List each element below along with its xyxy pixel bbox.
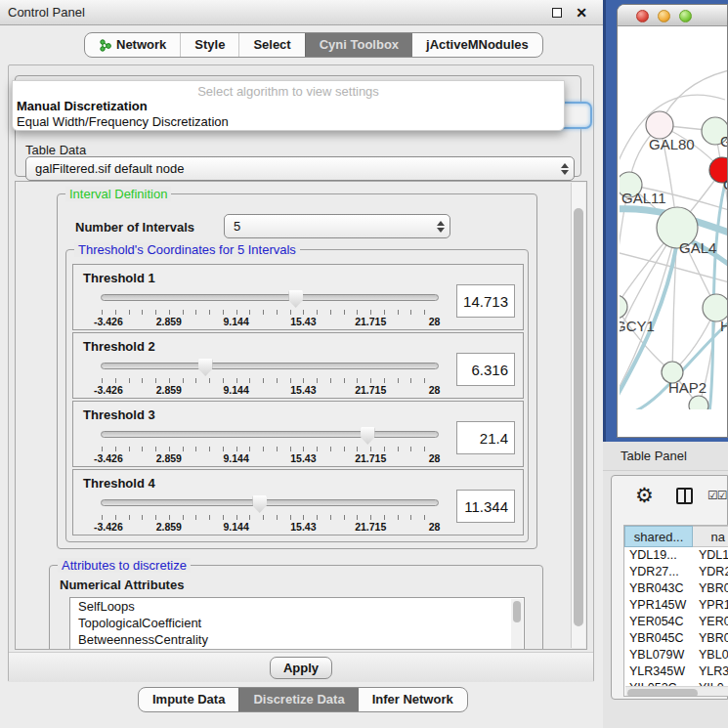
cell-name[interactable]: YBR0 <box>693 630 728 647</box>
traffic-light-zoom[interactable] <box>679 10 692 22</box>
list-item[interactable]: SelfLoops <box>70 598 524 615</box>
cell-shared-name[interactable]: YBR045C <box>624 630 693 647</box>
threshold-3-panel: Threshold 3 -3.4262.8599.14415.4321.7152… <box>72 401 524 467</box>
threshold-2-slider[interactable]: -3.4262.8599.14415.4321.71528 <box>101 359 439 394</box>
slider-track[interactable] <box>101 431 439 438</box>
table-row[interactable]: YDL19...YDL1 <box>624 547 728 564</box>
table-row[interactable]: YBL079WYBL0 <box>624 647 728 664</box>
tick-label: -3.426 <box>94 452 123 464</box>
threshold-1-slider[interactable]: -3.4262.8599.14415.4321.71528 <box>101 290 439 325</box>
slider-track[interactable] <box>101 294 439 301</box>
cell-name[interactable]: YPR1 <box>693 597 728 614</box>
cell-shared-name[interactable]: YER054C <box>624 614 693 630</box>
number-of-intervals-select[interactable]: 5 <box>224 214 450 238</box>
table-row[interactable]: YER054CYER0 <box>624 614 728 630</box>
scrollbar-thumb[interactable] <box>513 601 521 622</box>
cell-name[interactable]: YBL0 <box>693 647 728 664</box>
threshold-3-value-input[interactable] <box>456 421 515 454</box>
threshold-2-label: Threshold 2 <box>83 339 155 354</box>
tab-infer-network[interactable]: Infer Network <box>359 688 467 711</box>
tick-label: 2.859 <box>156 384 182 396</box>
checkbox-icons[interactable]: ☑☑ <box>707 489 727 502</box>
interval-group-title: Interval Definition <box>65 187 171 201</box>
scrollbar-thumb[interactable] <box>627 689 698 698</box>
tab-style[interactable]: Style <box>180 33 238 57</box>
slider-track[interactable] <box>101 499 439 506</box>
apply-button[interactable]: Apply <box>270 657 332 679</box>
cell-shared-name[interactable]: YBR043C <box>624 580 693 597</box>
option-equal-width-frequency[interactable]: Equal Width/Frequency Discretization <box>13 114 564 130</box>
table-data-select[interactable]: galFiltered.sif default node <box>25 156 575 181</box>
main-vertical-scrollbar[interactable] <box>571 183 585 648</box>
table-row[interactable]: YDR27...YDR2 <box>624 564 728 580</box>
cell-shared-name[interactable]: YBL079W <box>624 647 693 664</box>
threshold-4-value-input[interactable] <box>456 490 515 523</box>
tab-network-label: Network <box>116 33 166 57</box>
slider-thumb[interactable] <box>198 359 213 376</box>
threshold-group-title: Threshold's Coordinates for 5 Intervals <box>74 242 300 257</box>
slider-track[interactable] <box>101 363 439 369</box>
cell-name[interactable]: YDL1 <box>693 547 728 564</box>
threshold-3-slider[interactable]: -3.4262.8599.14415.4321.71528 <box>101 427 439 462</box>
tab-jactivemnodules[interactable]: jActiveMNodules <box>412 33 542 57</box>
node-gcy1[interactable] <box>620 295 627 319</box>
cell-shared-name[interactable]: YPR145W <box>624 597 693 614</box>
tick-label: 9.144 <box>223 384 248 396</box>
gear-icon[interactable]: ⚙ <box>635 484 654 507</box>
table-horizontal-scrollbar[interactable] <box>625 686 728 697</box>
network-window-titlebar[interactable] <box>618 5 728 26</box>
tick-label: -3.426 <box>94 521 123 533</box>
attributes-listbox[interactable]: SelfLoops TopologicalCoefficient Between… <box>69 597 525 650</box>
node-label: GAL4 <box>679 239 716 256</box>
slider-thumb[interactable] <box>288 290 303 308</box>
traffic-light-close[interactable] <box>636 10 649 22</box>
column-header-name[interactable]: na <box>693 526 728 547</box>
node-bottom-partial[interactable] <box>689 396 708 409</box>
threshold-1-value-input[interactable] <box>456 284 515 318</box>
node-gal80[interactable] <box>646 111 673 139</box>
table-row[interactable]: YPR145WYPR1 <box>624 597 728 614</box>
cell-name[interactable]: YDR2 <box>693 564 728 580</box>
slider-ticks <box>102 515 438 520</box>
tab-impute-data[interactable]: Impute Data <box>139 688 238 711</box>
threshold-2-value-input[interactable] <box>456 353 515 386</box>
attributes-scrollbar[interactable] <box>511 599 523 650</box>
tick-label: 9.144 <box>223 316 248 327</box>
tab-jactive-label: jActiveMNodules <box>426 33 529 57</box>
table-row[interactable]: YBR045CYBR0 <box>624 630 728 647</box>
tick-label: 21.715 <box>355 384 386 396</box>
option-manual-discretization[interactable]: Manual Discretization <box>13 99 564 114</box>
close-icon[interactable]: ✕ <box>576 0 587 25</box>
table-header-row: shared... na <box>624 526 728 547</box>
column-header-shared-name[interactable]: shared... <box>624 526 693 547</box>
cell-shared-name[interactable]: YDL19... <box>624 547 693 564</box>
network-icon <box>99 39 111 52</box>
attributes-group-title: Attributes to discretize <box>58 558 191 573</box>
bottom-tab-bar: Impute Data Discretize Data Infer Networ… <box>138 687 468 712</box>
network-canvas[interactable]: GAL80 GA GC GAL11 GAL4 GCY1 H HAP2 <box>620 26 728 409</box>
table-row[interactable]: YBR043CYBR0 <box>624 580 728 597</box>
list-item[interactable]: TopologicalCoefficient <box>70 615 524 631</box>
tab-select[interactable]: Select <box>238 33 304 57</box>
traffic-light-minimize[interactable] <box>658 10 670 22</box>
table-row[interactable]: YLR345WYLR3 <box>624 664 728 680</box>
tick-label: 15.43 <box>290 384 316 396</box>
list-item[interactable]: BetweennessCentrality <box>70 631 524 648</box>
threshold-3-label: Threshold 3 <box>83 407 155 422</box>
cell-name[interactable]: YLR3 <box>693 664 728 680</box>
tab-cyni-toolbox[interactable]: Cyni Toolbox <box>305 33 412 57</box>
cell-name[interactable]: YER0 <box>693 614 728 630</box>
cell-name[interactable]: YBR0 <box>693 580 728 597</box>
split-columns-icon[interactable] <box>676 488 693 504</box>
float-window-icon[interactable] <box>552 8 562 18</box>
tick-label: 21.715 <box>355 452 386 464</box>
node-attribute-table[interactable]: shared... na YDL19...YDL1 YDR27...YDR2 Y… <box>623 525 728 697</box>
cell-shared-name[interactable]: YDR27... <box>624 564 693 580</box>
slider-thumb[interactable] <box>361 427 375 445</box>
slider-thumb[interactable] <box>252 495 267 513</box>
cell-shared-name[interactable]: YLR345W <box>624 664 693 680</box>
tab-discretize-data[interactable]: Discretize Data <box>238 688 358 711</box>
threshold-4-slider[interactable]: -3.4262.8599.14415.4321.71528 <box>101 495 439 531</box>
tab-network[interactable]: Network <box>85 33 180 57</box>
scrollbar-thumb[interactable] <box>574 208 583 626</box>
